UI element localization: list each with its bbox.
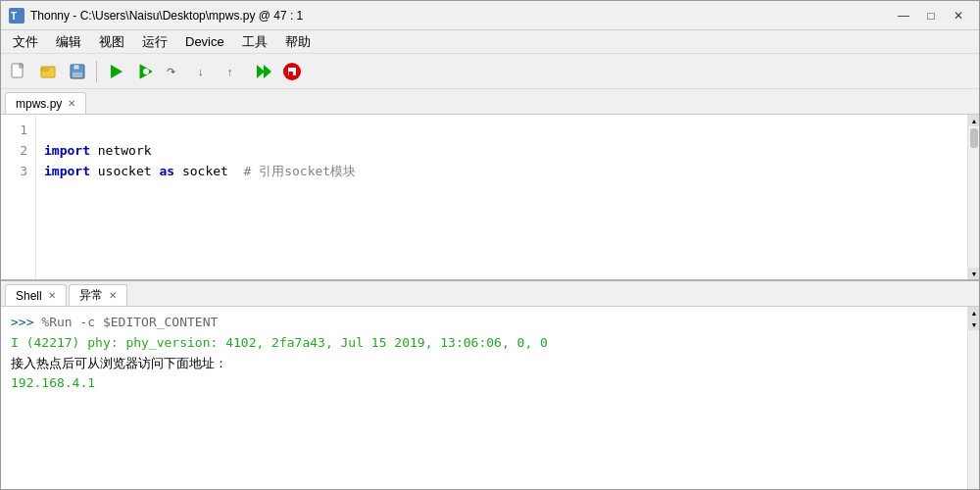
svg-text:↓: ↓ — [198, 66, 204, 77]
editor-inner: 1 2 3 import network import usocket as s… — [1, 115, 979, 279]
menu-help[interactable]: 帮助 — [277, 31, 318, 53]
shell-main: Shell ✕ 异常 ✕ >>> %Run -c $EDITOR_CONTENT… — [1, 281, 979, 490]
menu-device[interactable]: Device — [177, 32, 232, 51]
editor-scrollbar-y: ▲ ▼ — [967, 115, 979, 279]
svg-rect-8 — [73, 73, 82, 77]
comment-socket: # 引用socket模块 — [228, 164, 356, 178]
id-socket: socket — [174, 164, 228, 178]
window-controls: — □ ✕ — [891, 5, 971, 26]
menu-view[interactable]: 视图 — [91, 31, 132, 53]
id-usocket: usocket — [90, 164, 159, 178]
shell-tab-shell[interactable]: Shell ✕ — [5, 284, 67, 306]
shell-info-line: I (42217) phy: phy_version: 4102, 2fa7a4… — [11, 333, 957, 354]
shell-inner: >>> %Run -c $EDITOR_CONTENT I (42217) ph… — [1, 307, 979, 490]
editor-area: mpws.py ✕ 1 2 3 import network import us… — [1, 89, 979, 281]
new-file-button[interactable] — [5, 58, 32, 85]
open-file-button[interactable] — [34, 58, 62, 85]
menu-edit[interactable]: 编辑 — [48, 31, 89, 53]
menu-run[interactable]: 运行 — [134, 31, 175, 53]
title-bar: T Thonny - C:\Users\Naisu\Desktop\mpws.p… — [1, 1, 979, 30]
editor-tab-mpws[interactable]: mpws.py ✕ — [5, 92, 86, 114]
editor-scroll-down[interactable]: ▼ — [968, 268, 979, 279]
shell-tab-close[interactable]: ✕ — [48, 290, 56, 301]
step-out-button[interactable]: ↑ — [220, 58, 247, 85]
close-button[interactable]: ✕ — [946, 5, 971, 26]
editor-tab-label: mpws.py — [16, 97, 62, 111]
shell-info-text: I (42217) phy: phy_version: 4102, 2fa7a4… — [11, 335, 548, 350]
svg-text:↷: ↷ — [167, 66, 175, 77]
debug-button[interactable] — [131, 58, 159, 85]
minimize-button[interactable]: — — [891, 5, 916, 26]
title-text: Thonny - C:\Users\Naisu\Desktop\mpws.py … — [30, 9, 891, 23]
editor-scroll-up[interactable]: ▲ — [968, 115, 979, 126]
line-num-3: 3 — [9, 162, 27, 182]
shell-text-line: 接入热点后可从浏览器访问下面地址： — [11, 354, 957, 374]
shell-access-text: 接入热点后可从浏览器访问下面地址： — [11, 356, 227, 370]
toolbar: ↷ ↓ ↑ ■ — [1, 54, 979, 89]
svg-marker-15 — [257, 65, 265, 78]
shell-scrollbar-y: ▲ ▼ — [967, 307, 979, 490]
svg-text:■: ■ — [288, 69, 293, 78]
step-into-button[interactable]: ↓ — [190, 58, 218, 85]
svg-marker-9 — [111, 65, 122, 78]
shell-ip-address: 192.168.4.1 — [11, 375, 95, 390]
menu-bar: 文件 编辑 视图 运行 Device 工具 帮助 — [1, 30, 979, 54]
shell-prompt: >>> — [11, 315, 33, 329]
svg-text:T: T — [11, 11, 17, 22]
line-num-2: 2 — [9, 141, 27, 162]
code-editor-content[interactable]: import network import usocket as socket … — [36, 115, 967, 279]
editor-scroll-track — [968, 126, 979, 268]
svg-text:↑: ↑ — [227, 66, 233, 77]
keyword-as: as — [159, 164, 174, 178]
keyword-import-1: import — [44, 143, 90, 158]
editor-tab-close[interactable]: ✕ — [68, 98, 75, 109]
id-network: network — [90, 143, 152, 158]
maximize-button[interactable]: □ — [918, 5, 944, 26]
stop-button[interactable]: ■ — [278, 58, 306, 85]
svg-point-11 — [143, 69, 149, 74]
svg-rect-5 — [41, 69, 49, 71]
svg-rect-7 — [74, 65, 79, 70]
editor-scroll-thumb[interactable] — [970, 128, 978, 148]
shell-scroll-down[interactable]: ▼ — [968, 318, 979, 330]
step-over-button[interactable]: ↷ — [161, 58, 188, 85]
menu-file[interactable]: 文件 — [5, 31, 46, 53]
line-numbers: 1 2 3 — [1, 115, 36, 279]
svg-marker-16 — [264, 65, 271, 78]
shell-ip-line: 192.168.4.1 — [11, 373, 957, 394]
resume-button[interactable] — [249, 58, 276, 85]
save-file-button[interactable] — [64, 58, 91, 85]
exception-tab-label: 异常 — [79, 287, 103, 304]
main-layout: mpws.py ✕ 1 2 3 import network import us… — [1, 89, 979, 490]
shell-scroll-up[interactable]: ▲ — [968, 307, 979, 318]
menu-tools[interactable]: 工具 — [234, 31, 275, 53]
shell-output[interactable]: >>> %Run -c $EDITOR_CONTENT I (42217) ph… — [1, 307, 967, 490]
exception-tab-close[interactable]: ✕ — [109, 290, 117, 301]
app-icon: T — [9, 8, 24, 24]
keyword-import-2: import — [44, 164, 90, 178]
run-button[interactable] — [102, 58, 129, 85]
shell-tab-exception[interactable]: 异常 ✕ — [69, 284, 127, 306]
shell-command: %Run -c $EDITOR_CONTENT — [33, 315, 218, 329]
shell-tab-label: Shell — [16, 289, 42, 303]
line-num-1: 1 — [9, 121, 27, 141]
shell-prompt-line: >>> %Run -c $EDITOR_CONTENT — [11, 313, 957, 333]
toolbar-sep-1 — [96, 61, 97, 82]
shell-tab-bar: Shell ✕ 异常 ✕ — [1, 281, 979, 307]
editor-tab-bar: mpws.py ✕ — [1, 89, 979, 115]
